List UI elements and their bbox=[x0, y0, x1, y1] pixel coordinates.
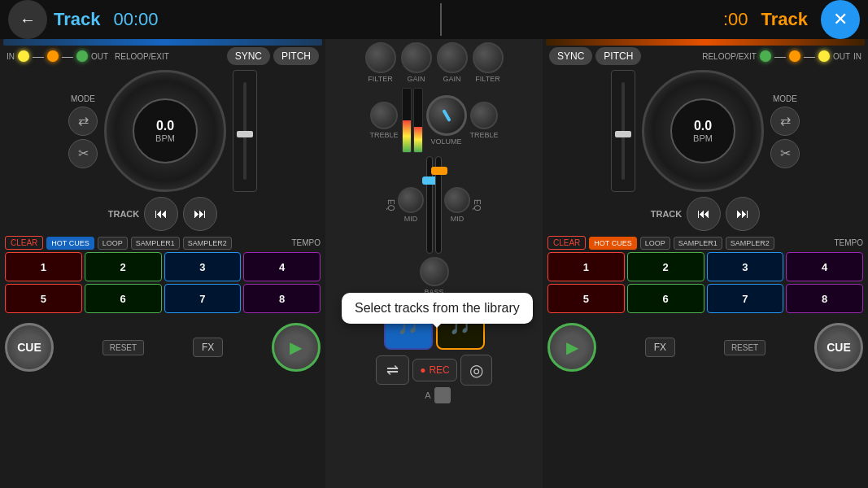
next-button-right[interactable]: ⏭ bbox=[726, 197, 760, 231]
knob-mid-left[interactable]: MID bbox=[398, 187, 424, 223]
mode-btn1-left[interactable]: ⇄ bbox=[68, 107, 98, 136]
led-out-left bbox=[47, 50, 59, 62]
reloop-exit-left: RELOOP/EXIT bbox=[115, 52, 169, 61]
bottom-btns-right: ▶ FX RESET CUE bbox=[543, 320, 868, 375]
dash2-right: — bbox=[804, 50, 815, 63]
knob-gain-left[interactable]: GAIN bbox=[401, 42, 432, 83]
treble-label-left: TREBLE bbox=[369, 131, 398, 139]
pad-2-left[interactable]: 2 bbox=[85, 252, 162, 281]
play-button-left[interactable]: ▶ bbox=[272, 323, 321, 372]
sampler2-tab-left[interactable]: SAMPLER2 bbox=[183, 237, 232, 250]
sync-button-left[interactable]: SYNC bbox=[227, 47, 270, 65]
dash-left: — bbox=[33, 50, 44, 63]
reset-button-left[interactable]: RESET bbox=[103, 340, 144, 355]
out-label-left: OUT bbox=[91, 52, 108, 61]
vumeter-fill-left bbox=[403, 120, 411, 152]
sampler1-tab-right[interactable]: SAMPLER1 bbox=[674, 237, 722, 250]
in-label-right: IN bbox=[853, 52, 861, 61]
bpm-value-left: 0.0 bbox=[156, 119, 174, 133]
sampler1-tab-left[interactable]: SAMPLER1 bbox=[131, 237, 180, 250]
pad-6-right[interactable]: 6 bbox=[627, 284, 704, 313]
mixer-bottom-btns: ⇌ ● REC ◎ bbox=[373, 353, 495, 387]
knob-filter-left[interactable]: FILTER bbox=[365, 42, 396, 83]
vumeter-left bbox=[402, 88, 412, 153]
pads-grid-top-right: 1 2 3 4 bbox=[547, 252, 863, 281]
knob-circle-filter-right bbox=[473, 42, 504, 73]
rec-button[interactable]: ● REC bbox=[412, 359, 457, 381]
target-button[interactable]: ◎ bbox=[460, 355, 492, 386]
tooltip-text: Select tracks from the library bbox=[355, 301, 520, 315]
top-knobs-row: FILTER GAIN GAIN FILTER bbox=[362, 39, 507, 86]
pad-7-right[interactable]: 7 bbox=[707, 284, 784, 313]
headphones-button[interactable]: ⇌ bbox=[376, 355, 409, 385]
knob-circle-volume bbox=[426, 95, 467, 136]
back-button[interactable]: ← bbox=[8, 0, 47, 39]
main-layout: IN — — OUT RELOOP/EXIT SYNC PITCH MODE ⇄… bbox=[0, 39, 868, 488]
pad-7-left[interactable]: 7 bbox=[164, 284, 242, 313]
prev-button-left[interactable]: ⏮ bbox=[144, 197, 178, 231]
mode-btn2-left[interactable]: ✂ bbox=[68, 139, 98, 168]
track-controls-right: TRACK ⏮ ⏭ bbox=[543, 195, 868, 233]
turntable-right[interactable]: 0.0 BPM bbox=[642, 70, 764, 192]
knob-mid-right[interactable]: MID bbox=[444, 187, 470, 223]
pad-5-left[interactable]: 5 bbox=[5, 284, 82, 313]
pad-5-right[interactable]: 5 bbox=[547, 284, 625, 313]
pad-3-left[interactable]: 3 bbox=[164, 252, 242, 281]
loop-tab-right[interactable]: LOOP bbox=[640, 237, 670, 250]
close-button[interactable]: ✕ bbox=[821, 0, 860, 39]
cue-button-left[interactable]: CUE bbox=[5, 323, 54, 372]
pitch-button-left[interactable]: PITCH bbox=[273, 47, 319, 65]
bpm-label-right: BPM bbox=[693, 133, 713, 143]
pad-8-right[interactable]: 8 bbox=[786, 284, 863, 313]
fx-button-left[interactable]: FX bbox=[193, 338, 223, 357]
led-active-left bbox=[76, 50, 88, 62]
time-right: :00 bbox=[723, 9, 748, 30]
pad-6-left[interactable]: 6 bbox=[85, 284, 162, 313]
pad-1-right[interactable]: 1 bbox=[547, 252, 625, 281]
mid-label-right: MID bbox=[451, 215, 465, 223]
pad-2-right[interactable]: 2 bbox=[627, 252, 704, 281]
vumeter-right bbox=[413, 88, 423, 153]
out-label-right: OUT bbox=[833, 52, 850, 61]
pitch-slider-right[interactable] bbox=[611, 70, 635, 192]
clear-button-right[interactable]: CLEAR bbox=[547, 236, 586, 250]
knob-treble-right[interactable]: TREBLE bbox=[470, 102, 499, 139]
crossfader-thumb bbox=[434, 387, 451, 403]
mode-btn1-right[interactable]: ⇄ bbox=[770, 107, 800, 136]
knob-circle-treble-left bbox=[370, 102, 398, 129]
turntable-left[interactable]: 0.0 BPM bbox=[104, 70, 226, 192]
knob-gain-right[interactable]: GAIN bbox=[437, 42, 468, 83]
play-button-right[interactable]: ▶ bbox=[547, 323, 596, 372]
reset-button-right[interactable]: RESET bbox=[724, 340, 765, 355]
next-button-left[interactable]: ⏭ bbox=[183, 197, 217, 231]
hot-cues-tab-right[interactable]: HOT CUES bbox=[589, 237, 636, 250]
pitch-slider-left[interactable] bbox=[233, 70, 257, 192]
bpm-label-left: BPM bbox=[155, 133, 175, 143]
loop-tab-left[interactable]: LOOP bbox=[98, 237, 128, 250]
pad-1-left[interactable]: 1 bbox=[5, 252, 82, 281]
knob-volume[interactable]: VOLUME bbox=[426, 95, 467, 146]
cue-button-right[interactable]: CUE bbox=[814, 323, 863, 372]
pads-grid-bottom-right: 5 6 7 8 bbox=[547, 284, 863, 313]
turntable-area-left: MODE ⇄ ✂ 0.0 BPM bbox=[0, 67, 325, 195]
prev-button-right[interactable]: ⏮ bbox=[687, 197, 721, 231]
pad-3-right[interactable]: 3 bbox=[707, 252, 784, 281]
pad-4-left[interactable]: 4 bbox=[243, 252, 321, 281]
knob-bass[interactable]: BASS bbox=[420, 257, 449, 296]
knob-filter-right[interactable]: FILTER bbox=[473, 42, 504, 83]
sampler2-tab-right[interactable]: SAMPLER2 bbox=[726, 237, 774, 250]
led-out-right bbox=[789, 50, 800, 62]
fader-right[interactable] bbox=[435, 156, 442, 254]
mode-btn2-right[interactable]: ✂ bbox=[770, 139, 800, 168]
sync-button-right[interactable]: SYNC bbox=[549, 47, 592, 65]
clear-button-left[interactable]: CLEAR bbox=[5, 236, 43, 250]
volume-label: VOLUME bbox=[430, 137, 461, 146]
pad-4-right[interactable]: 4 bbox=[786, 252, 863, 281]
pad-8-left[interactable]: 8 bbox=[243, 284, 321, 313]
gain-label-right: GAIN bbox=[443, 75, 460, 83]
turntable-inner-right: 0.0 BPM bbox=[670, 98, 735, 163]
knob-treble-left[interactable]: TREBLE bbox=[369, 102, 398, 139]
hot-cues-tab-left[interactable]: HOT CUES bbox=[46, 237, 94, 250]
pitch-button-right[interactable]: PITCH bbox=[595, 47, 641, 65]
fx-button-right[interactable]: FX bbox=[645, 338, 675, 357]
